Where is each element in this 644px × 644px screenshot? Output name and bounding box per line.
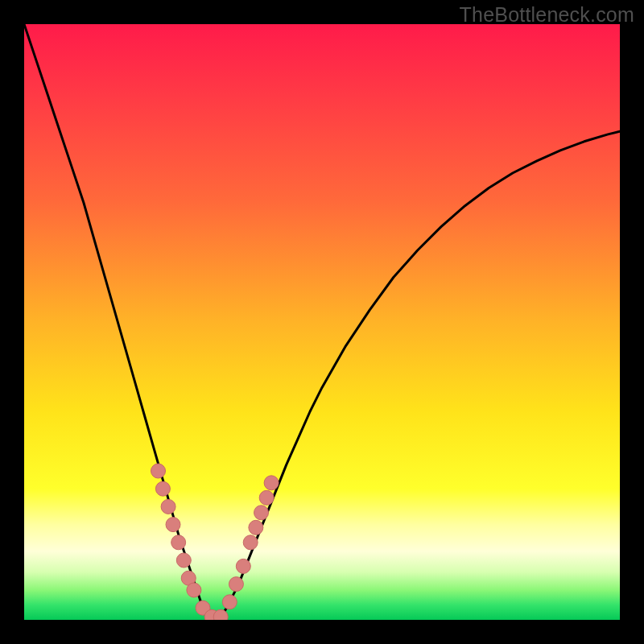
- curve-marker: [222, 595, 237, 609]
- curve-marker: [249, 520, 263, 535]
- curve-marker: [243, 535, 258, 550]
- curve-marker: [264, 476, 279, 490]
- curve-marker: [155, 481, 170, 496]
- curve-marker: [187, 583, 201, 597]
- curve-marker: [254, 506, 269, 520]
- curve-marker: [213, 609, 228, 620]
- curve-marker: [171, 535, 186, 550]
- curve-marker: [161, 499, 175, 514]
- bottleneck-curve: [24, 24, 620, 620]
- curve-marker: [259, 490, 274, 505]
- curve-marker: [229, 577, 243, 592]
- watermark-label: TheBottleneck.com: [460, 3, 634, 27]
- plot-frame: [24, 24, 620, 620]
- curve-marker: [236, 559, 250, 573]
- curve-marker: [176, 553, 191, 568]
- curve-marker: [166, 518, 180, 532]
- curve-marker: [151, 464, 166, 478]
